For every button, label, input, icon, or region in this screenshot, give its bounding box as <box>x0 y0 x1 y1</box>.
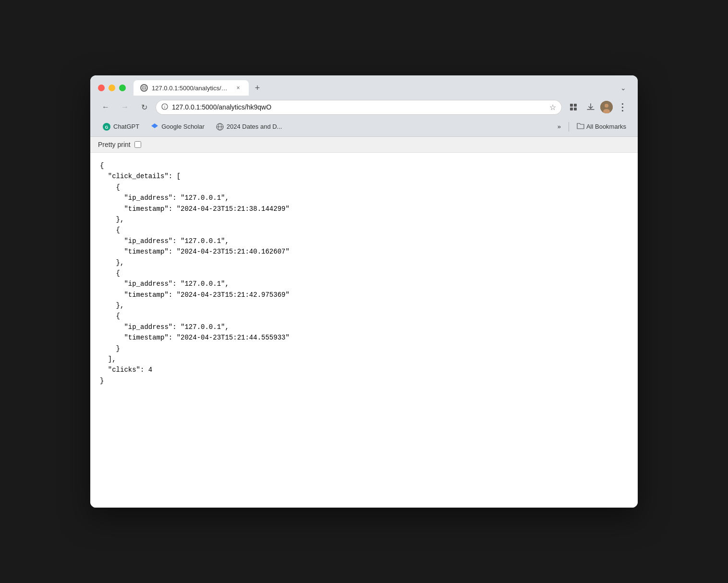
extensions-button[interactable] <box>566 99 581 115</box>
back-button[interactable]: ← <box>98 99 113 115</box>
all-bookmarks-label: All Bookmarks <box>586 123 626 130</box>
dates-icon <box>216 123 224 131</box>
bookmark-more-button[interactable]: » <box>554 121 565 132</box>
pretty-print-label: Pretty print <box>98 141 131 148</box>
svg-point-8 <box>605 104 608 108</box>
bookmark-dates-label: 2024 Dates and D... <box>227 123 282 130</box>
bookmark-more: » All Bookmarks <box>554 121 630 133</box>
nav-bar: ← → ↻ i ☆ <box>90 96 638 119</box>
tab-title: 127.0.0.1:5000/analytics/hk9... <box>152 85 231 92</box>
google-scholar-icon <box>151 123 158 131</box>
profile-avatar[interactable] <box>600 101 613 113</box>
maximize-button[interactable] <box>119 85 126 91</box>
tab-row: 127.0.0.1:5000/analytics/hk9... × + ⌄ <box>98 80 630 96</box>
bookmarks-bar: G ChatGPT Google Scholar 2024 Dates <box>90 119 638 137</box>
svg-marker-12 <box>151 123 158 128</box>
tab-expand-button[interactable]: ⌄ <box>617 81 630 95</box>
tab-favicon <box>140 84 148 92</box>
nav-icons: ⋮ <box>566 99 630 115</box>
reload-button[interactable]: ↻ <box>136 99 152 115</box>
svg-rect-4 <box>574 104 577 107</box>
active-tab[interactable]: 127.0.0.1:5000/analytics/hk9... × <box>133 80 249 96</box>
forward-button[interactable]: → <box>117 99 133 115</box>
address-input[interactable] <box>172 103 546 111</box>
svg-rect-6 <box>574 108 577 110</box>
close-button[interactable] <box>98 85 105 91</box>
browser-window: 127.0.0.1:5000/analytics/hk9... × + ⌄ ← … <box>90 75 638 508</box>
more-button[interactable]: ⋮ <box>615 99 630 115</box>
pretty-print-bar: Pretty print <box>90 137 638 153</box>
security-icon: i <box>161 103 168 111</box>
pretty-print-checkbox[interactable] <box>134 141 141 148</box>
page-content: Pretty print { "click_details": [ { "ip_… <box>90 137 638 508</box>
all-bookmarks-button[interactable]: All Bookmarks <box>573 121 630 133</box>
bookmark-star-icon[interactable]: ☆ <box>549 103 556 112</box>
address-bar-container: i ☆ <box>156 100 562 115</box>
separator <box>569 122 569 132</box>
bookmark-chatgpt[interactable]: G ChatGPT <box>98 121 144 133</box>
svg-rect-3 <box>570 104 573 107</box>
chatgpt-icon: G <box>103 123 110 131</box>
bookmark-google-scholar-label: Google Scholar <box>161 123 205 130</box>
svg-text:i: i <box>164 105 165 109</box>
title-bar: 127.0.0.1:5000/analytics/hk9... × + ⌄ <box>90 75 638 96</box>
download-button[interactable] <box>583 99 598 115</box>
tab-close-button[interactable]: × <box>234 84 242 92</box>
bookmark-google-scholar[interactable]: Google Scholar <box>146 121 209 133</box>
new-tab-button[interactable]: + <box>251 81 264 95</box>
minimize-button[interactable] <box>109 85 115 91</box>
window-controls <box>98 85 126 91</box>
svg-rect-5 <box>570 108 573 110</box>
bookmark-chatgpt-label: ChatGPT <box>113 123 139 130</box>
svg-text:G: G <box>105 125 108 130</box>
bookmark-dates[interactable]: 2024 Dates and D... <box>211 121 287 133</box>
folder-icon <box>577 122 584 131</box>
json-content: { "click_details": [ { "ip_address": "12… <box>90 153 638 394</box>
